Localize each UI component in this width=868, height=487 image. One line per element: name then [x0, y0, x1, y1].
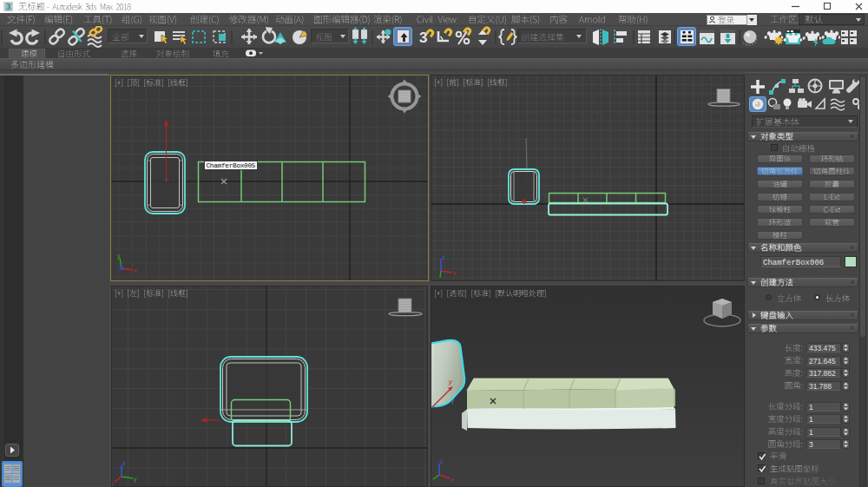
svg-text:z: z	[442, 254, 445, 260]
svg-text:x: x	[134, 267, 137, 273]
svg-text:ChamferBox005: ChamferBox005	[207, 162, 256, 169]
svg-text:z: z	[122, 460, 126, 466]
svg-text:x: x	[453, 270, 457, 276]
svg-text:y: y	[134, 476, 137, 483]
svg-text:z: z	[440, 458, 444, 464]
svg-text:3: 3	[6, 3, 10, 11]
svg-text:x: x	[450, 477, 454, 483]
svg-text:y: y	[117, 253, 121, 260]
